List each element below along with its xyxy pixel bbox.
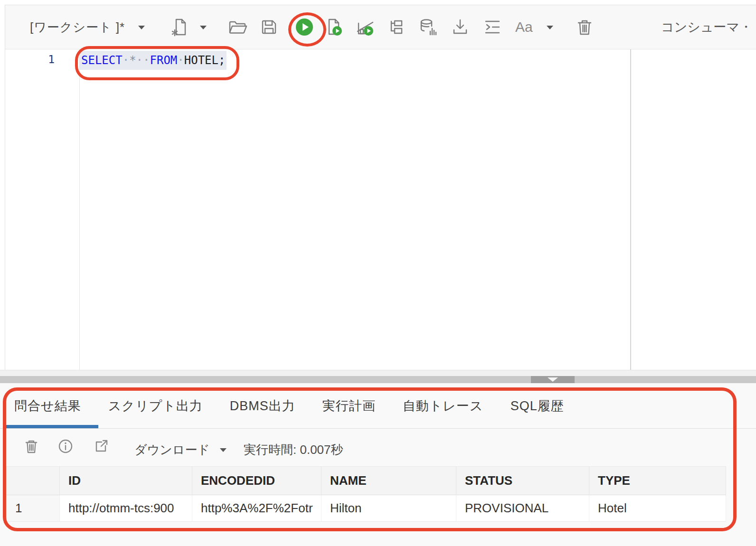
tab-query-result[interactable]: 問合せ結果 bbox=[14, 397, 81, 414]
cell-encodedid[interactable]: http%3A%2F%2Fotr bbox=[192, 495, 321, 522]
worksheet-toolbar: [ワークシート ]* bbox=[5, 5, 756, 49]
autotrace-icon[interactable] bbox=[355, 17, 376, 38]
splitter-margin bbox=[0, 370, 756, 376]
active-tab-underline bbox=[6, 425, 98, 428]
clear-results-trash-icon[interactable] bbox=[23, 438, 40, 455]
result-table: ID ENCODEDID NAME STATUS TYPE 1 http://o… bbox=[6, 466, 726, 522]
sql-statement[interactable]: SELECT·*··FROM·HOTEL; bbox=[80, 51, 227, 70]
cell-status[interactable]: PROVISIONAL bbox=[456, 495, 589, 522]
clear-worksheet-trash-icon[interactable] bbox=[574, 17, 595, 38]
run-script-icon[interactable] bbox=[324, 17, 345, 38]
save-icon[interactable] bbox=[259, 17, 280, 38]
results-panel: 問合せ結果 スクリプト出力 DBMS出力 実行計画 自動トレース SQL履歴 ダ… bbox=[0, 383, 756, 546]
open-file-icon[interactable] bbox=[227, 17, 248, 38]
column-header-id[interactable]: ID bbox=[60, 466, 192, 495]
sql-keyword-select: SELECT bbox=[81, 54, 123, 67]
run-statement-icon[interactable] bbox=[295, 18, 314, 37]
download-caret-icon[interactable] bbox=[219, 448, 227, 452]
info-icon[interactable] bbox=[57, 438, 74, 455]
tab-bar-border bbox=[0, 428, 756, 429]
worksheet-menu-caret-icon[interactable] bbox=[138, 25, 145, 30]
whitespace-dot: · bbox=[123, 54, 129, 67]
column-header-rownum[interactable] bbox=[7, 466, 60, 495]
chevron-down-icon bbox=[548, 377, 558, 382]
column-header-name[interactable]: NAME bbox=[321, 466, 456, 495]
sql-worksheet-window: [ワークシート ]* bbox=[0, 0, 756, 546]
database-statistics-icon[interactable] bbox=[417, 17, 438, 38]
results-tab-bar: 問合せ結果 スクリプト出力 DBMS出力 実行計画 自動トレース SQL履歴 bbox=[5, 383, 591, 428]
consumer-group-label[interactable]: コンシューマ・ bbox=[661, 5, 752, 49]
whitespace-dot: · bbox=[177, 54, 184, 67]
execution-time-label: 実行時間: 0.007秒 bbox=[244, 441, 343, 459]
worksheet-title[interactable]: [ワークシート ]* bbox=[30, 5, 125, 49]
splitter-collapse-handle[interactable] bbox=[531, 376, 575, 383]
sql-editor[interactable]: 1 SELECT·*··FROM·HOTEL; bbox=[5, 49, 756, 370]
column-header-encodedid[interactable]: ENCODEDID bbox=[192, 466, 321, 495]
explain-plan-icon[interactable] bbox=[387, 17, 407, 38]
sql-keyword-from: FROM bbox=[150, 54, 178, 67]
download-button[interactable]: ダウンロード bbox=[134, 441, 210, 459]
editor-panel-divider[interactable] bbox=[630, 49, 631, 370]
sql-table-name: HOTEL; bbox=[184, 54, 226, 67]
font-size-control[interactable]: Aa bbox=[515, 5, 533, 49]
cell-id[interactable]: http://otmm-tcs:900 bbox=[60, 495, 192, 522]
tab-dbms-output[interactable]: DBMS出力 bbox=[230, 397, 295, 414]
row-number-cell[interactable]: 1 bbox=[7, 495, 60, 522]
download-icon[interactable] bbox=[450, 17, 471, 38]
format-sql-icon[interactable] bbox=[482, 17, 503, 38]
column-header-status[interactable]: STATUS bbox=[456, 466, 589, 495]
line-number: 1 bbox=[5, 53, 55, 66]
new-worksheet-caret-icon[interactable] bbox=[199, 25, 207, 30]
tab-sql-history[interactable]: SQL履歴 bbox=[510, 397, 564, 414]
horizontal-splitter[interactable] bbox=[0, 376, 756, 383]
open-in-new-window-icon[interactable] bbox=[93, 438, 110, 455]
new-worksheet-icon[interactable] bbox=[169, 17, 190, 38]
column-header-type[interactable]: TYPE bbox=[589, 466, 726, 495]
gutter-separator bbox=[79, 49, 80, 370]
cell-name[interactable]: Hilton bbox=[321, 495, 456, 522]
font-size-caret-icon[interactable] bbox=[546, 25, 554, 30]
tab-autotrace[interactable]: 自動トレース bbox=[403, 397, 483, 414]
sql-star: * bbox=[129, 54, 136, 67]
tab-explain-plan[interactable]: 実行計画 bbox=[322, 397, 376, 414]
whitespace-dots: ·· bbox=[136, 54, 150, 67]
cell-type[interactable]: Hotel bbox=[589, 495, 726, 522]
tab-script-output[interactable]: スクリプト出力 bbox=[108, 397, 203, 414]
